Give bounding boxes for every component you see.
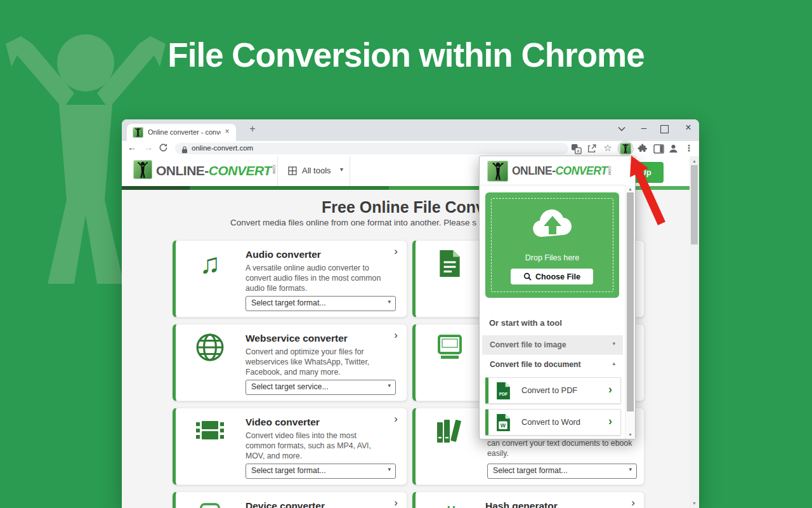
card-title: Webservice converter [246, 333, 348, 344]
site-logo-icon[interactable] [133, 160, 152, 179]
card-title: Audio converter [246, 249, 321, 260]
card-title: Hash generator [485, 500, 558, 508]
device-icon [192, 498, 228, 508]
site-logo[interactable]: ONLINE-CONVERT .COM [156, 163, 276, 178]
back-icon[interactable]: ← [126, 142, 138, 152]
poster-background: File Conversion within Chrome Online con… [0, 0, 812, 508]
search-icon [523, 272, 532, 281]
translate-icon[interactable]: a [571, 144, 582, 157]
browser-tab[interactable]: Online converter - convert video, × [127, 124, 236, 141]
card-audio-converter[interactable]: ♫ Audio converter › A versatile online a… [173, 240, 407, 318]
chevron-right-icon[interactable]: › [631, 497, 635, 508]
url-bar[interactable]: online-convert.com [175, 143, 568, 154]
card-description: Convert video files into the most common… [246, 431, 384, 462]
extension-popup: ONLINE-CONVERT .COM Drop Files here Choo… [479, 156, 636, 439]
chevron-right-icon[interactable]: › [394, 497, 398, 508]
convert-to-pdf-button[interactable]: PDF Convert to PDF › [485, 377, 621, 404]
audio-target-format-select[interactable]: Select target format...▾ [246, 296, 396, 311]
tab-strip: Online converter - convert video, × + – … [122, 119, 699, 141]
close-window-button[interactable]: × [678, 122, 699, 133]
card-video-converter[interactable]: Video converter › Convert video files in… [173, 408, 407, 485]
lock-icon [181, 145, 188, 156]
computer-icon [432, 331, 468, 364]
upload-cloud-icon [530, 208, 575, 242]
logo-word-online: ONLINE [156, 163, 204, 178]
popup-logo: ONLINE-CONVERT .COM [512, 164, 612, 178]
document-icon [432, 247, 468, 280]
share-icon[interactable] [587, 144, 597, 156]
tab-title: Online converter - convert video, [148, 128, 221, 136]
chevron-right-icon: › [608, 415, 612, 428]
card-title: Device converter [246, 500, 325, 508]
popup-divider [480, 185, 635, 185]
logo-word-convert: CONVERT [209, 163, 272, 178]
webservice-target-select[interactable]: Select target service...▾ [246, 380, 396, 395]
poster-title: File Conversion within Chrome [0, 36, 812, 74]
maximize-button[interactable] [660, 125, 669, 133]
drop-files-label: Drop Files here [485, 253, 619, 262]
browser-menu-icon[interactable]: ⋮ [684, 143, 694, 153]
select-caret-icon: ▾ [388, 466, 391, 472]
chevron-right-icon[interactable]: › [394, 413, 398, 425]
chevron-right-icon: › [608, 383, 612, 396]
accordion-convert-to-image[interactable]: Convert file to image ▾ [482, 335, 623, 354]
page-scrollbar-thumb[interactable] [691, 165, 698, 244]
chevron-right-icon[interactable]: › [394, 329, 398, 342]
card-description-line: can convert your text documents to ebook [487, 439, 632, 448]
video-target-format-select[interactable]: Select target format...▾ [246, 464, 396, 479]
svg-text:a: a [577, 149, 579, 154]
url-text: online-convert.com [192, 144, 253, 152]
globe-icon [192, 331, 228, 364]
chevron-right-icon[interactable]: › [394, 245, 398, 258]
red-annotation-arrow [619, 152, 672, 229]
header-divider [277, 156, 278, 186]
all-tools-caret-icon: ▾ [340, 166, 343, 173]
ebook-target-format-select[interactable]: Select target format...▾ [487, 464, 637, 479]
music-note-icon: ♫ [192, 247, 228, 280]
page-subtitle: Convert media files online from one form… [230, 218, 476, 227]
card-webservice-converter[interactable]: Webservice converter › Convert and optim… [173, 324, 407, 401]
caret-up-icon: ▴ [612, 360, 615, 366]
popup-logo-icon [487, 161, 508, 182]
select-caret-icon: ▾ [388, 298, 391, 305]
choose-file-button[interactable]: Choose File [511, 269, 593, 284]
tab-favicon [133, 127, 143, 138]
drop-files-zone[interactable]: Drop Files here Choose File [485, 192, 619, 298]
pdf-file-icon: PDF [496, 382, 511, 403]
logo-tld: .COM [272, 164, 276, 178]
hash-icon: # [432, 498, 468, 508]
scroll-down-icon[interactable]: ▼ [625, 432, 635, 437]
new-tab-button[interactable]: + [246, 123, 259, 135]
caret-down-icon: ▾ [612, 340, 615, 347]
film-strip-icon [192, 415, 228, 448]
svg-text:W: W [501, 422, 506, 429]
page-title: Free Online File Convert [322, 198, 505, 217]
card-description: A versatile online audio converter to co… [246, 263, 384, 294]
select-caret-icon: ▾ [629, 466, 632, 472]
minimize-button[interactable]: – [633, 122, 655, 133]
card-description-line: easily. [487, 449, 509, 458]
header-divider-2 [350, 156, 350, 186]
window-chevron-icon[interactable] [611, 123, 632, 134]
books-icon [432, 415, 468, 448]
bookmark-star-icon[interactable]: ☆ [603, 142, 613, 154]
all-tools-menu[interactable]: All tools [302, 166, 331, 175]
accordion-convert-to-document[interactable]: Convert file to document ▴ [482, 354, 623, 374]
card-description: Convert and optimize your files for webs… [246, 347, 384, 378]
grid-icon [288, 166, 297, 178]
tab-close-icon[interactable]: × [222, 127, 232, 136]
word-file-icon: W [496, 413, 511, 434]
scroll-up-icon[interactable]: ▲ [690, 159, 699, 163]
scroll-down-icon[interactable]: ▼ [690, 501, 699, 505]
select-caret-icon: ▾ [388, 382, 391, 389]
card-title: Video converter [246, 417, 320, 428]
card-hash-generator[interactable]: # Hash generator › [412, 491, 645, 508]
card-device-converter[interactable]: Device converter › [173, 491, 407, 508]
svg-text:PDF: PDF [499, 392, 508, 396]
convert-to-word-button[interactable]: W Convert to Word › [485, 409, 621, 436]
page-scrollbar[interactable]: ▲ ▼ [690, 156, 699, 508]
forward-icon[interactable]: → [142, 142, 155, 152]
tools-heading: Or start with a tool [489, 318, 562, 328]
reload-icon[interactable] [159, 143, 168, 155]
